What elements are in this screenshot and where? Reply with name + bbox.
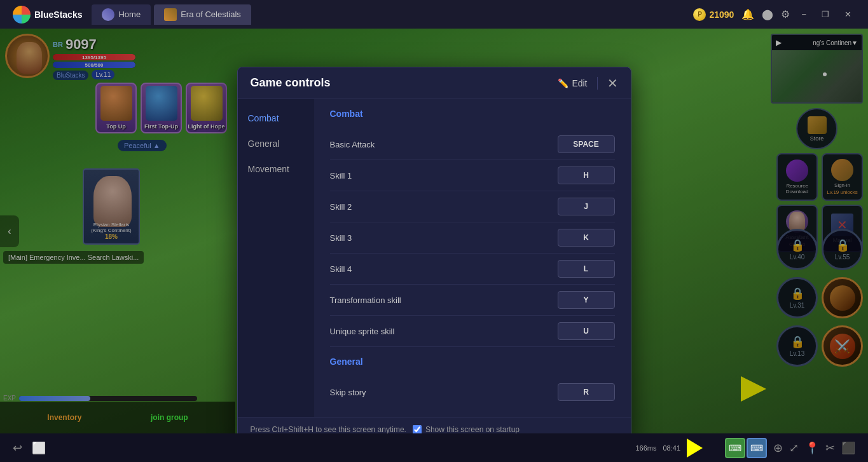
close-button[interactable]: ✕ bbox=[841, 8, 855, 20]
sidebar-general-label: General bbox=[248, 139, 280, 149]
home-tab-icon bbox=[102, 8, 114, 21]
notification-icon[interactable]: 🔔 bbox=[741, 8, 754, 20]
dialog-header-right: ✏️ Edit ✕ bbox=[558, 77, 617, 90]
taskbar-arrow bbox=[687, 438, 719, 458]
sidebar-movement-label: Movement bbox=[248, 164, 289, 174]
dialog-header: Game controls ✏️ Edit ✕ bbox=[238, 67, 631, 99]
control-skill3: Skill 3 K bbox=[330, 222, 615, 254]
basic-attack-label: Basic Attack bbox=[330, 140, 375, 149]
taskbar: ↩ ⬜ 166ms 08:41 ⌨ ⌨ ⊕ ⤢ 📍 ✂ ⬛ bbox=[0, 433, 868, 462]
general-section-header: General bbox=[330, 357, 615, 369]
game-controls-dialog: Game controls ✏️ Edit ✕ Combat bbox=[237, 67, 631, 433]
sidebar-general[interactable]: General bbox=[238, 131, 314, 156]
unique-sprite-label: Unique sprite skill bbox=[330, 327, 395, 336]
camera-icon[interactable]: ⊕ bbox=[773, 441, 783, 455]
game-area: BR 9097 1395/1395 500/500 BluStacks Lv.1… bbox=[0, 29, 868, 433]
tab-home[interactable]: Home bbox=[92, 4, 151, 25]
show-on-startup-checkbox[interactable] bbox=[413, 425, 422, 433]
dialog-content: Combat Basic Attack SPACE Skill 1 H Skil… bbox=[314, 99, 631, 417]
sidebar-combat-label: Combat bbox=[248, 113, 279, 123]
minimize-button[interactable]: − bbox=[797, 8, 810, 20]
transformation-label: Transformation skill bbox=[330, 296, 401, 305]
dialog-title: Game controls bbox=[251, 76, 331, 90]
home-icon[interactable]: ⬜ bbox=[32, 441, 46, 455]
tab-game[interactable]: Era of Celestials bbox=[154, 4, 251, 25]
edit-icon: ✏️ bbox=[558, 78, 568, 88]
control-skill2: Skill 2 J bbox=[330, 191, 615, 222]
bluestacks-logo: BlueStacks bbox=[6, 6, 88, 24]
kb-icon-box1[interactable]: ⌨ bbox=[725, 438, 745, 458]
menu-icon[interactable]: ⬛ bbox=[841, 441, 855, 455]
coin-amount: 21090 bbox=[709, 10, 734, 20]
skill2-label: Skill 2 bbox=[330, 202, 352, 212]
skill1-label: Skill 1 bbox=[330, 171, 352, 180]
skill4-key[interactable]: L bbox=[558, 260, 615, 278]
tab-game-label: Era of Celestials bbox=[181, 10, 241, 19]
skill3-label: Skill 3 bbox=[330, 233, 352, 243]
edit-button[interactable]: ✏️ Edit bbox=[558, 78, 587, 88]
ping-badge: 166ms bbox=[635, 444, 656, 452]
modal-overlay: Game controls ✏️ Edit ✕ Combat bbox=[0, 29, 868, 433]
dialog-body: Combat General Movement Combat Basic Att… bbox=[238, 99, 631, 417]
titlebar-right: P 21090 🔔 ⬤ ⚙ − ❐ ✕ bbox=[693, 8, 862, 21]
taskbar-right: 166ms 08:41 ⌨ ⌨ ⊕ ⤢ 📍 ✂ ⬛ bbox=[635, 438, 855, 458]
skill4-label: Skill 4 bbox=[330, 264, 352, 274]
basic-attack-key[interactable]: SPACE bbox=[558, 135, 615, 153]
skill1-key[interactable]: H bbox=[558, 166, 615, 184]
coin-icon: P bbox=[693, 8, 706, 21]
bluestacks-logo-icon bbox=[13, 6, 31, 24]
show-on-startup-label[interactable]: Show this screen on startup bbox=[413, 425, 520, 433]
unique-sprite-key[interactable]: U bbox=[558, 322, 615, 340]
close-dialog-button[interactable]: ✕ bbox=[607, 77, 618, 90]
coin-badge: P 21090 bbox=[693, 8, 734, 21]
display-icon[interactable]: ⬤ bbox=[762, 8, 773, 20]
kb-icon-box2[interactable]: ⌨ bbox=[747, 438, 767, 458]
sidebar-movement[interactable]: Movement bbox=[238, 156, 314, 182]
restore-button[interactable]: ❐ bbox=[818, 8, 833, 20]
show-on-startup-text: Show this screen on startup bbox=[425, 425, 520, 433]
combat-section-header: Combat bbox=[330, 109, 615, 121]
title-bar: BlueStacks Home Era of Celestials P 2109… bbox=[0, 0, 868, 29]
control-basic-attack: Basic Attack SPACE bbox=[330, 129, 615, 160]
footer-hint: Press Ctrl+Shift+H to see this screen an… bbox=[251, 425, 406, 433]
bluestacks-text: BlueStacks bbox=[34, 10, 82, 20]
location-icon[interactable]: 📍 bbox=[805, 441, 819, 455]
control-unique-sprite: Unique sprite skill U bbox=[330, 316, 615, 347]
control-transformation: Transformation skill Y bbox=[330, 285, 615, 316]
dialog-sidebar: Combat General Movement bbox=[238, 99, 314, 417]
edit-label: Edit bbox=[572, 78, 587, 88]
control-skill1: Skill 1 H bbox=[330, 160, 615, 191]
skill2-key[interactable]: J bbox=[558, 198, 615, 215]
tab-home-label: Home bbox=[118, 10, 141, 19]
skill3-key[interactable]: K bbox=[558, 229, 615, 247]
sidebar-combat[interactable]: Combat bbox=[238, 105, 314, 131]
dialog-divider bbox=[597, 77, 598, 90]
skip-story-label: Skip story bbox=[330, 388, 366, 397]
skip-story-key[interactable]: R bbox=[558, 383, 615, 401]
transformation-key[interactable]: Y bbox=[558, 291, 615, 309]
time-badge: 08:41 bbox=[663, 444, 680, 452]
control-skill4: Skill 4 L bbox=[330, 254, 615, 285]
settings-icon[interactable]: ⚙ bbox=[781, 8, 790, 20]
back-icon[interactable]: ↩ bbox=[13, 441, 22, 455]
game-tab-icon bbox=[164, 8, 177, 21]
expand-icon[interactable]: ⤢ bbox=[789, 441, 799, 455]
scissors-icon[interactable]: ✂ bbox=[825, 441, 835, 455]
control-skip-story: Skip story R bbox=[330, 377, 615, 407]
section-spacer bbox=[330, 347, 615, 357]
dialog-footer: Press Ctrl+Shift+H to see this screen an… bbox=[238, 417, 631, 433]
kb-icons: ⌨ ⌨ bbox=[725, 438, 767, 458]
